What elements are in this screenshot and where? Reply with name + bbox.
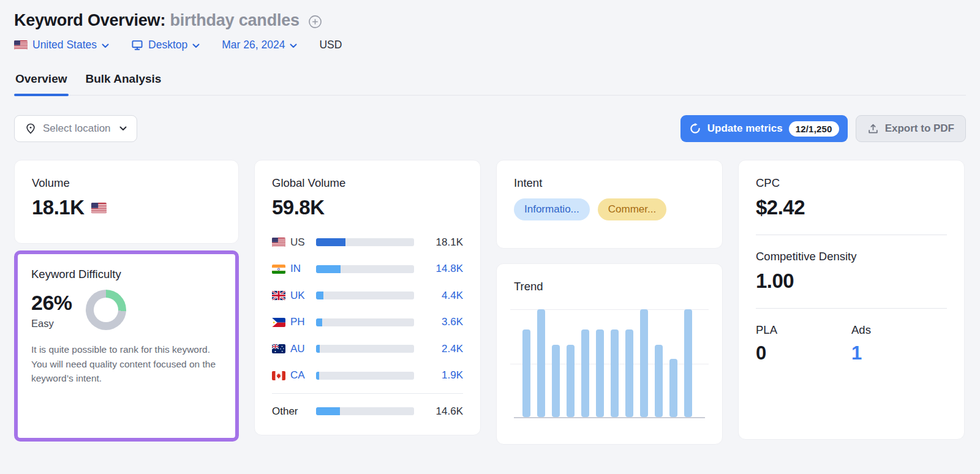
ads-title: Ads [851, 323, 947, 337]
trend-chart [514, 309, 705, 418]
trend-card: Trend [496, 263, 723, 445]
volume-value: 18.1K [32, 196, 85, 219]
in-flag-icon [272, 265, 285, 274]
ads-value[interactable]: 1 [851, 342, 947, 364]
other-volume-value: 14.6K [423, 405, 463, 418]
uk-flag-icon [272, 291, 285, 300]
trend-bars [514, 309, 705, 417]
kd-level: Easy [31, 318, 72, 329]
update-metrics-button[interactable]: Update metrics 12/1,250 [680, 115, 848, 142]
trend-bar [567, 345, 575, 417]
us-flag-icon [91, 203, 107, 214]
intent-card: Intent Informatio...Commer... [496, 160, 723, 249]
trend-bar [537, 309, 545, 417]
trend-title: Trend [514, 280, 705, 293]
competitive-density-value: 1.00 [756, 269, 947, 293]
global-volume-row: CA1.9K [272, 363, 463, 389]
currency-label: USD [319, 39, 342, 51]
country-code-uk[interactable]: UK [290, 290, 316, 302]
us-flag-icon [272, 238, 285, 247]
other-label: Other [272, 405, 316, 418]
volume-bar [316, 372, 414, 380]
kd-percent: 26% [31, 291, 72, 315]
chevron-down-icon [119, 126, 127, 131]
trend-bar [611, 329, 619, 417]
country-code-in[interactable]: IN [290, 263, 316, 275]
trend-bar [669, 359, 677, 417]
intent-badge-1[interactable]: Commer... [598, 198, 666, 220]
country-volume-value[interactable]: 1.9K [423, 369, 463, 382]
competitive-density-title: Competitive Density [756, 250, 947, 263]
country-volume-value[interactable]: 4.4K [423, 290, 463, 302]
date-label: Mar 26, 2024 [222, 39, 285, 51]
tab-bulk-analysis[interactable]: Bulk Analysis [85, 72, 163, 95]
refresh-icon [689, 122, 701, 135]
kd-score-block: 26% Easy [31, 291, 72, 329]
country-code-ca[interactable]: CA [290, 369, 316, 382]
country-volume-value[interactable]: 2.4K [423, 343, 463, 355]
global-volume-row: Other14.6K [272, 398, 463, 425]
intent-badges: Informatio...Commer... [514, 198, 705, 220]
volume-bar [316, 318, 414, 326]
global-volume-row: PH3.6K [272, 309, 463, 336]
divider [756, 308, 947, 309]
trend-bar [640, 309, 648, 417]
pla-block: PLA 0 [756, 323, 851, 364]
volume-card: Volume 18.1K [14, 160, 239, 244]
column-intent-trend: Intent Informatio...Commer... Trend [496, 160, 723, 445]
export-to-pdf-label: Export to PDF [885, 122, 954, 135]
country-code-ph[interactable]: PH [290, 316, 316, 328]
country-volume-value[interactable]: 3.6K [423, 316, 463, 328]
global-volume-card: Global Volume 59.8K US18.1KIN14.8KUK4.4K… [254, 160, 481, 435]
cpc-title: CPC [756, 176, 947, 190]
kd-description: It is quite possible to rank for this ke… [31, 342, 222, 386]
kd-donut-chart [86, 290, 126, 330]
keyword-difficulty-card: Keyword Difficulty 26% Easy It is quite … [18, 254, 235, 386]
global-volume-row: AU2.4K [272, 336, 463, 363]
date-dropdown[interactable]: Mar 26, 2024 [222, 39, 297, 51]
country-volume-value[interactable]: 14.8K [423, 263, 463, 275]
trend-bar [522, 329, 530, 417]
select-location-label: Select location [43, 122, 111, 135]
update-metrics-count-badge: 12/1,250 [789, 121, 839, 137]
ph-flag-icon [272, 318, 285, 327]
export-icon [867, 123, 879, 135]
intent-badge-0[interactable]: Informatio... [514, 198, 590, 220]
global-volume-row: US18.1K [272, 229, 463, 256]
country-code-au[interactable]: AU [290, 343, 316, 355]
device-dropdown[interactable]: Desktop [131, 39, 200, 51]
keyword-difficulty-highlight-box: Keyword Difficulty 26% Easy It is quite … [14, 250, 239, 442]
cpc-value: $2.42 [756, 196, 947, 219]
volume-title: Volume [32, 176, 221, 190]
global-volume-row: IN14.8K [272, 256, 463, 283]
country-volume-value: 18.1K [423, 236, 463, 249]
volume-value-row: 18.1K [32, 196, 221, 219]
trend-bar [625, 329, 633, 417]
trend-bar [596, 329, 604, 417]
filter-bar: United States Desktop Mar 26, 2024 USD [14, 39, 966, 51]
tab-overview[interactable]: Overview [14, 72, 69, 95]
us-flag-icon [14, 40, 28, 50]
au-flag-icon [272, 344, 285, 353]
trend-bar [684, 309, 692, 417]
toolbar: Select location Update metrics 12/1,250 … [14, 115, 966, 142]
trend-bar [552, 345, 560, 417]
location-dropdown[interactable]: United States [14, 39, 109, 51]
chevron-down-icon [290, 43, 297, 48]
tab-bar: Overview Bulk Analysis [14, 72, 966, 96]
location-label: United States [32, 39, 97, 51]
metrics-grid: Volume 18.1K Keyword Difficulty 26% Easy [14, 160, 966, 445]
device-label: Desktop [148, 39, 187, 51]
desktop-icon [131, 39, 143, 51]
add-keyword-icon[interactable] [308, 15, 322, 29]
page-header: Keyword Overview: birthday candles [14, 11, 966, 30]
export-to-pdf-button[interactable]: Export to PDF [856, 115, 966, 142]
select-location-button[interactable]: Select location [14, 115, 137, 142]
global-volume-value: 59.8K [272, 196, 463, 219]
kd-score-row: 26% Easy [31, 290, 222, 330]
page-title: Keyword Overview: birthday candles [14, 11, 300, 30]
intent-title: Intent [514, 176, 705, 190]
volume-bar [316, 265, 414, 273]
kd-title: Keyword Difficulty [31, 268, 222, 281]
page-title-keyword: birthday candles [170, 11, 300, 29]
